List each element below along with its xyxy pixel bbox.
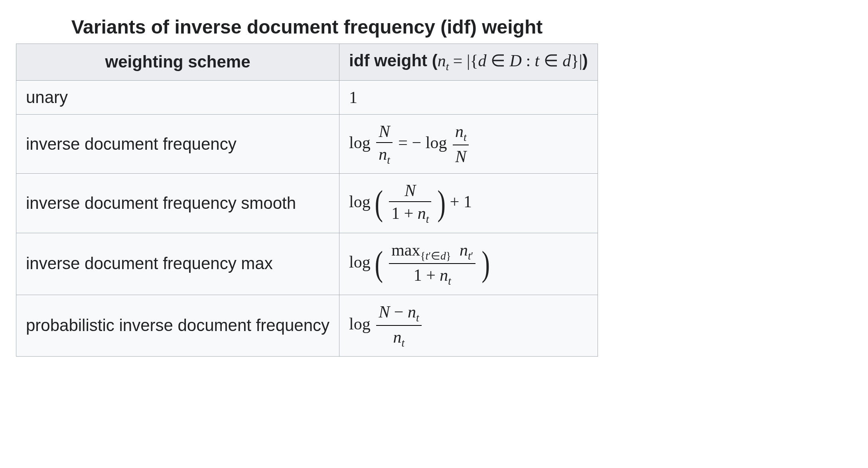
minus: −	[390, 303, 408, 321]
op-max: max	[391, 241, 420, 259]
weight-prob-idf: log N − nt nt	[339, 295, 598, 357]
scheme-idf-smooth: inverse document frequency smooth	[16, 174, 339, 233]
plus-one: + 1	[450, 192, 472, 211]
idf-variants-table: Variants of inverse document frequency (…	[16, 12, 598, 357]
formula-idf-max: log ( max{t′∈d} nt′ 1 + nt )	[349, 253, 490, 271]
formula-idf: log N nt = − log nt N	[349, 133, 470, 152]
weight-unary: 1	[339, 80, 598, 114]
var-d: d	[478, 52, 487, 70]
table-row: probabilistic inverse document frequency…	[16, 295, 598, 357]
set-close: }|	[571, 52, 582, 70]
elem-of-2: ∈	[539, 52, 562, 70]
elem-of: ∈	[487, 52, 510, 70]
var-n: n	[418, 204, 426, 222]
col-header-idf-weight: idf weight (nt = |{d ∈ D : t ∈ d}|)	[339, 44, 598, 81]
table-row: inverse document frequency max log ( max…	[16, 233, 598, 295]
var-n: n	[438, 52, 446, 70]
op-log: log	[349, 133, 371, 152]
var-N: N	[404, 181, 416, 200]
weight-idf-smooth: log ( N 1 + nt ) + 1	[339, 174, 598, 233]
scheme-idf-max: inverse document frequency max	[16, 233, 339, 295]
formula-prob-idf: log N − nt nt	[349, 315, 423, 333]
frac-N-over-nt: N nt	[376, 122, 393, 166]
one-plus: 1 +	[391, 204, 418, 222]
var-n-sub-t: t	[402, 337, 405, 349]
var-D: D	[510, 52, 522, 70]
table-row: inverse document frequency smooth log ( …	[16, 174, 598, 233]
equals: =	[398, 133, 412, 152]
op-log: log	[349, 315, 371, 333]
var-n-sub-t: t	[416, 311, 419, 323]
table-row: unary 1	[16, 80, 598, 114]
var-n: n	[460, 241, 468, 259]
lparen: (	[375, 187, 383, 219]
set-open: |{	[467, 52, 478, 70]
var-N: N	[455, 147, 466, 166]
table-caption: Variants of inverse document frequency (…	[16, 12, 598, 44]
var-N: N	[379, 303, 390, 321]
var-n-sub-t: t	[426, 213, 429, 225]
col-header-scheme: weighting scheme	[16, 44, 339, 81]
table-header-row: weighting scheme idf weight (nt = |{d ∈ …	[16, 44, 598, 81]
frac-nt-over-N: nt N	[453, 122, 469, 166]
scheme-idf: inverse document frequency	[16, 115, 339, 174]
var-t: t	[535, 52, 540, 70]
one-plus: 1 +	[414, 266, 440, 284]
weight-idf: log N nt = − log nt N	[339, 115, 598, 174]
scheme-prob-idf: probabilistic inverse document frequency	[16, 295, 339, 357]
frac-Nminusnt-over-nt: N − nt nt	[376, 302, 421, 349]
idf-header-close-paren: )	[582, 51, 588, 70]
scheme-unary: unary	[16, 80, 339, 114]
table-row: inverse document frequency log N nt = − …	[16, 115, 598, 174]
var-n: n	[379, 145, 387, 163]
idf-header-prefix: idf weight (	[349, 51, 438, 70]
var-n: n	[393, 328, 402, 346]
unary-minus: −	[412, 133, 422, 152]
var-d2: d	[562, 52, 571, 70]
weight-unary-value: 1	[349, 88, 357, 107]
frac-max-over-1plusnt: max{t′∈d} nt′ 1 + nt	[389, 240, 475, 288]
rparen: )	[437, 187, 446, 219]
equals: =	[449, 52, 467, 70]
op-log: log	[349, 253, 371, 271]
max-subscript: {t′∈d}	[420, 250, 451, 262]
lparen: (	[375, 248, 383, 280]
var-N: N	[379, 122, 390, 141]
colon: :	[522, 52, 535, 70]
frac-N-over-1plusnt: N 1 + nt	[389, 181, 431, 225]
var-n: n	[455, 122, 464, 141]
var-n-sub-t: t	[387, 154, 390, 166]
var-n-sub-tprime: t′	[468, 250, 473, 262]
var-n-sub-t: t	[448, 275, 451, 287]
idf-header-definition: nt = |{d ∈ D : t ∈ d}|	[438, 52, 582, 70]
weight-idf-max: log ( max{t′∈d} nt′ 1 + nt )	[339, 233, 598, 295]
rparen: )	[481, 248, 490, 280]
op-log: log	[426, 133, 447, 152]
formula-idf-smooth: log ( N 1 + nt ) + 1	[349, 192, 472, 211]
var-n-sub-t: t	[464, 131, 467, 143]
var-n: n	[440, 266, 448, 284]
op-log: log	[349, 192, 371, 211]
var-n: n	[408, 303, 416, 321]
